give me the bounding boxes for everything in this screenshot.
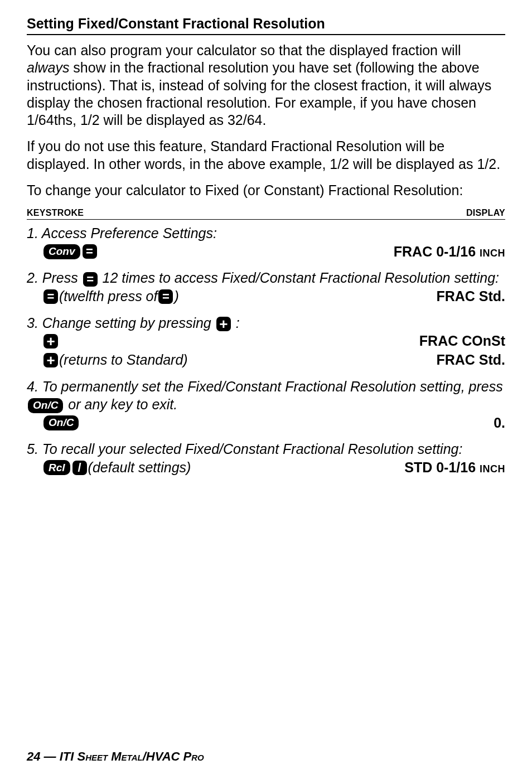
step2-line1: 2. Press = 12 times to access Fixed/Cons… — [27, 269, 505, 287]
step3-returns: (returns to Standard) — [59, 351, 188, 369]
hdr-display: DISPLAY — [466, 208, 505, 218]
plus-key-icon: + — [43, 334, 58, 349]
step3-pre: 3. Change setting by pressing — [27, 315, 215, 331]
footer-page: 24 — — [27, 749, 60, 763]
plus-key-icon: + — [216, 317, 231, 331]
step1-result: FRAC 0-1/16 INCH — [394, 243, 505, 262]
para1-always: always — [27, 60, 69, 75]
para-2: If you do not use this feature, Standard… — [27, 138, 505, 173]
conv-key-icon: Conv — [43, 244, 80, 259]
onc-key-icon: On/C — [28, 398, 63, 413]
rcl-key-icon: Rcl — [43, 460, 70, 475]
step4-pre: 4. To permanently set the Fixed/Constant… — [27, 379, 503, 394]
step1-result-a: FRAC 0-1/16 — [394, 244, 480, 259]
step3-result2: FRAC Std. — [436, 351, 505, 370]
para1-a: You can also program your calculator so … — [27, 42, 461, 58]
step-4: 4. To permanently set the Fixed/Constant… — [27, 378, 505, 433]
step4-post: or any key to exit. — [64, 396, 177, 412]
step-3: 3. Change setting by pressing + : + FRAC… — [27, 314, 505, 370]
step2-mid: 12 times to access Fixed/Constant Fracti… — [99, 270, 499, 285]
onc-key-icon: On/C — [43, 415, 79, 430]
step1-label: 1. Access Preference Settings: — [27, 224, 505, 243]
step3-line1: 3. Change setting by pressing + : — [27, 314, 505, 332]
step5-default: (default settings) — [88, 458, 191, 477]
equal-key-icon: = — [158, 289, 173, 304]
step-1: 1. Access Preference Settings: Conv = FR… — [27, 224, 505, 261]
section-title: Setting Fixed/Constant Fractional Resolu… — [27, 16, 505, 35]
step1-inch: INCH — [480, 248, 505, 259]
step4-line1: 4. To permanently set the Fixed/Constant… — [27, 378, 505, 414]
step5-result-a: STD 0-1/16 — [404, 459, 480, 475]
step3-result1: FRAC COnSt — [419, 332, 505, 351]
step2-twelfth-b: ) — [174, 287, 178, 306]
hdr-keystroke: KEYSTROKE — [27, 208, 84, 218]
step3-post: : — [232, 315, 240, 331]
equal-key-icon: = — [43, 289, 58, 304]
step2-result: FRAC Std. — [436, 287, 505, 306]
para-1: You can also program your calculator so … — [27, 42, 505, 129]
equal-key-icon: = — [83, 244, 97, 259]
step4-result: 0. — [494, 414, 505, 433]
step-5: 5. To recall your selected Fixed/Constan… — [27, 440, 505, 477]
step5-result: STD 0-1/16 INCH — [404, 458, 505, 477]
keystroke-display-header: KEYSTROKE DISPLAY — [27, 208, 505, 220]
slash-key-icon: / — [72, 461, 87, 475]
step-2: 2. Press = 12 times to access Fixed/Cons… — [27, 269, 505, 306]
para-3: To change your calculator to Fixed (or C… — [27, 182, 505, 199]
step5-inch: INCH — [480, 463, 505, 475]
equal-key-icon: = — [83, 272, 98, 287]
para1-c: show in the fractional resolution you ha… — [27, 60, 491, 128]
footer-title: ITI Sheet Metal/HVAC Pro — [60, 749, 204, 763]
plus-key-icon: + — [43, 353, 58, 367]
step5-line1: 5. To recall your selected Fixed/Constan… — [27, 440, 505, 458]
page-footer: 24 — ITI Sheet Metal/HVAC Pro — [27, 749, 204, 764]
step2-twelfth-a: (twelfth press of — [59, 287, 157, 306]
step2-pre: 2. Press — [27, 270, 82, 285]
